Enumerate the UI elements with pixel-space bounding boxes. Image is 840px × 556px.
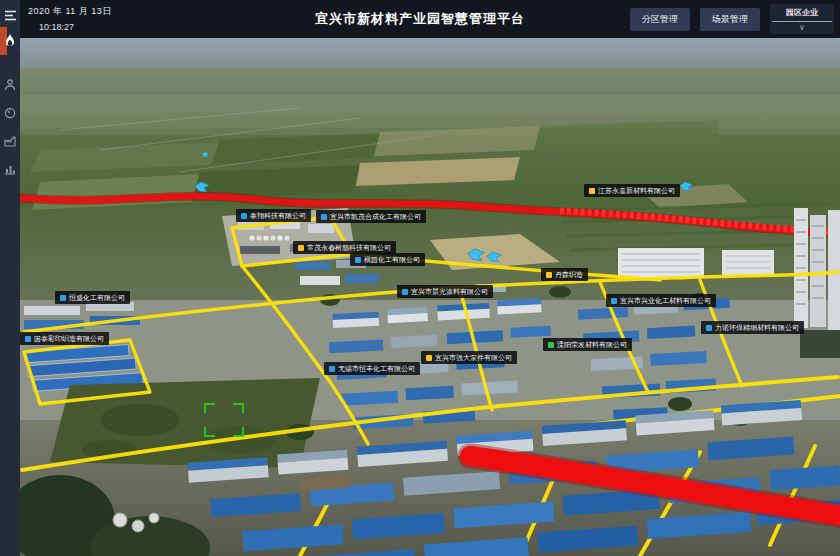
company-label-text: 常茂永春树脂科技有限公司: [307, 244, 391, 251]
sidebar: [0, 0, 20, 556]
company-label[interactable]: 丹森织造: [541, 268, 588, 281]
chevron-down-icon: ∨: [799, 22, 805, 33]
company-label[interactable]: 宜兴市晨光涂料有限公司: [397, 285, 493, 298]
company-label-text: 国泰彩印织造有限公司: [34, 335, 104, 342]
factory-marker-icon: [241, 213, 247, 219]
factory-marker-icon: [589, 188, 595, 194]
factory-icon: [4, 135, 17, 147]
sidebar-item-enterprise[interactable]: [0, 128, 20, 154]
company-label-text: 江苏永嘉新材料有限公司: [598, 187, 675, 194]
sidebar-item-statistics[interactable]: [0, 156, 20, 182]
company-label-text: 横园化工有限公司: [364, 256, 420, 263]
factory-marker-icon: [298, 245, 304, 251]
factory-marker-icon: [706, 325, 712, 331]
factory-marker-icon: [355, 257, 361, 263]
header-actions: 分区管理 场景管理 园区企业 ∨: [630, 0, 834, 38]
factory-marker-icon: [546, 272, 552, 278]
factory-marker-icon: [321, 214, 327, 220]
factory-marker-icon: [548, 342, 554, 348]
company-label[interactable]: 宜兴市强大泵件有限公司: [421, 351, 517, 364]
sidebar-item-personnel[interactable]: [0, 72, 20, 98]
smart-park-platform: 泰翔科技有限公司 宜兴市凯茂合成化工有限公司 常茂永春树脂科技有限公司 横园化工…: [0, 0, 840, 556]
company-label-text: 宜兴市强大泵件有限公司: [435, 354, 512, 361]
company-label-text: 丹森织造: [555, 271, 583, 278]
company-label[interactable]: 力诺环保精细材料有限公司: [701, 321, 804, 334]
company-label[interactable]: 江苏永嘉新材料有限公司: [584, 184, 680, 197]
top-header: 2020 年 11 月 13日 10:18:27 宜兴市新材料产业园智慧管理平台…: [0, 0, 840, 38]
factory-marker-icon: [611, 298, 617, 304]
user-icon: [4, 79, 16, 91]
map-3d-scene[interactable]: 泰翔科技有限公司 宜兴市凯茂合成化工有限公司 常茂永春树脂科技有限公司 横园化工…: [20, 38, 840, 556]
company-label[interactable]: 宜兴市凯茂合成化工有限公司: [316, 210, 426, 223]
menu-icon[interactable]: [0, 2, 20, 28]
company-label-text: 力诺环保精细材料有限公司: [715, 324, 799, 331]
sidebar-item-monitor[interactable]: [0, 100, 20, 126]
company-label[interactable]: 无锡市恒丰化工有限公司: [324, 362, 420, 375]
zone-management-button[interactable]: 分区管理: [630, 8, 690, 31]
dropdown-label: 园区企业: [786, 6, 818, 21]
factory-marker-icon: [60, 295, 66, 301]
company-label[interactable]: 溧阳荣发材料有限公司: [543, 338, 632, 351]
park-enterprise-dropdown[interactable]: 园区企业 ∨: [770, 4, 834, 34]
factory-marker-icon: [402, 289, 408, 295]
gauge-icon: [4, 107, 16, 119]
company-label[interactable]: 恒盛化工有限公司: [55, 291, 130, 304]
company-label[interactable]: 横园化工有限公司: [350, 253, 425, 266]
company-label[interactable]: 国泰彩印织造有限公司: [20, 332, 109, 345]
factory-marker-icon: [25, 336, 31, 342]
company-label-text: 宜兴市晨光涂料有限公司: [411, 288, 488, 295]
company-label-text: 溧阳荣发材料有限公司: [557, 341, 627, 348]
flame-icon: [4, 34, 16, 48]
company-label[interactable]: 宜兴市兴业化工材料有限公司: [606, 294, 716, 307]
company-label-text: 无锡市恒丰化工有限公司: [338, 365, 415, 372]
company-label[interactable]: 泰翔科技有限公司: [236, 209, 311, 222]
company-label-text: 泰翔科技有限公司: [250, 212, 306, 219]
company-label-text: 宜兴市兴业化工材料有限公司: [620, 297, 711, 304]
sidebar-item-fire[interactable]: [0, 28, 20, 54]
bar-chart-icon: [4, 163, 16, 175]
factory-marker-icon: [329, 366, 335, 372]
company-label-text: 宜兴市凯茂合成化工有限公司: [330, 213, 421, 220]
factory-marker-icon: [426, 355, 432, 361]
scene-management-button[interactable]: 场景管理: [700, 8, 760, 31]
company-label-text: 恒盛化工有限公司: [69, 294, 125, 301]
